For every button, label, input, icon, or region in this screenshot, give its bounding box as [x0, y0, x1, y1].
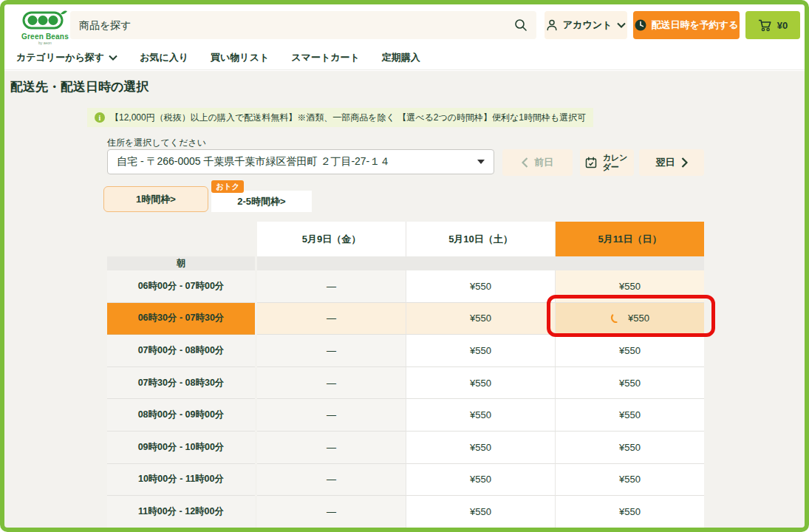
chevron-down-icon — [617, 22, 626, 28]
nav-item-label: スマートカート — [291, 51, 360, 64]
slot-cell[interactable]: ¥550 — [556, 399, 704, 432]
logo[interactable]: Green Beans by aeon — [16, 9, 74, 44]
nav-item[interactable]: カテゴリーから探す — [16, 51, 117, 64]
date-column-header-label: 5月11日（日） — [598, 233, 662, 246]
nav-item-label: 定期購入 — [382, 51, 420, 64]
date-column-header-label: 5月10日（土） — [448, 233, 513, 246]
nav-item-label: 買い物リスト — [211, 51, 269, 64]
slot-cell: — — [257, 303, 406, 335]
calendar-label: カレンダー — [603, 153, 629, 171]
tab-1hour-slot[interactable]: 1時間枠> — [103, 186, 208, 212]
time-slot-label: 08時00分 - 09時00分 — [107, 399, 255, 432]
address-select-label: 住所を選択してください — [107, 137, 206, 149]
account-button[interactable]: アカウント — [545, 11, 627, 39]
chevron-right-icon — [681, 157, 688, 168]
tab-2to5hour-slot[interactable]: 2-5時間枠> — [211, 191, 312, 212]
clock-icon — [635, 19, 646, 31]
slot-cell[interactable]: ¥550 — [406, 367, 556, 400]
time-slot-row: 06時30分 - 07時30分 — ¥550 ¥550 — [107, 303, 704, 335]
time-slot-row: 07時30分 - 08時30分 — ¥550 ¥550 — [107, 367, 704, 400]
tab-2to5hour-label: 2-5時間枠> — [237, 195, 285, 208]
time-slot-row: 09時00分 - 10時00分 — ¥550 ¥550 — [107, 432, 704, 464]
tab-1hour-label: 1時間枠> — [136, 193, 176, 206]
slot-cell[interactable]: ¥550 — [406, 496, 556, 528]
page-title: 配送先・配送日時の選択 — [10, 78, 149, 95]
logo-title: Green Beans — [16, 33, 74, 41]
address-select[interactable]: 自宅 - 〒266-0005 千葉県千葉市緑区誉田町 ２丁目-27-１４ — [107, 149, 494, 174]
slot-cell: — — [257, 432, 406, 464]
next-day-label: 翌日 — [656, 156, 675, 169]
dropdown-caret-icon — [477, 160, 485, 164]
slot-cell[interactable]: ¥550 — [556, 496, 704, 528]
nav-item[interactable]: 買い物リスト — [211, 51, 269, 64]
slot-cell: — — [257, 464, 406, 497]
reserve-delivery-button[interactable]: 配送日時を予約する — [633, 11, 740, 39]
slot-cell[interactable]: ¥550 — [556, 303, 704, 335]
search-input[interactable] — [79, 19, 514, 31]
nav-item[interactable]: スマートカート — [291, 51, 360, 64]
morning-section-band-fill — [257, 256, 704, 270]
slot-cell: — — [257, 496, 406, 528]
slot-cell[interactable]: ¥550 — [406, 399, 556, 432]
nav-item-label: カテゴリーから探す — [16, 51, 104, 64]
table-body: 06時00分 - 07時00分 — ¥550 ¥550 06時30分 - 07時… — [107, 270, 704, 528]
calendar-icon — [585, 157, 597, 168]
cart-button[interactable]: ¥0 — [745, 11, 800, 39]
info-icon: i — [95, 112, 105, 123]
time-slot-label: 07時00分 - 08時00分 — [107, 335, 255, 367]
previous-day-button[interactable]: 前日 — [502, 149, 573, 176]
search-icon[interactable] — [514, 18, 528, 32]
previous-day-label: 前日 — [534, 156, 553, 169]
cart-icon — [758, 19, 772, 32]
slot-cell[interactable]: ¥550 — [556, 432, 704, 464]
slot-cell[interactable]: ¥550 — [556, 270, 704, 303]
time-slot-label: 10時00分 - 11時00分 — [107, 464, 255, 497]
deal-badge: おトク — [211, 180, 244, 193]
nav-item-label: お気に入り — [140, 51, 188, 64]
date-column-header: 5月11日（日） — [556, 222, 704, 256]
slot-cell: — — [257, 367, 406, 400]
time-slot-row: 11時00分 - 12時00分 — ¥550 ¥550 — [107, 496, 704, 528]
notice-text: 【12,000円（税抜）以上の購入で配送料無料】※酒類、一部商品を除く 【選べる… — [110, 112, 586, 124]
time-slot-label: 09時00分 - 10時00分 — [107, 432, 255, 464]
table-date-header-row: 5月9日（金） 5月10日（土） 5月11日（日） — [107, 222, 704, 256]
empty-header-cell — [107, 222, 255, 256]
address-value: 自宅 - 〒266-0005 千葉県千葉市緑区誉田町 ２丁目-27-１４ — [117, 155, 477, 168]
reserve-delivery-label: 配送日時を予約する — [652, 18, 739, 32]
time-slot-label: 06時30分 - 07時30分 — [107, 303, 255, 335]
slot-cell: — — [257, 399, 406, 432]
slot-cell[interactable]: ¥550 — [406, 432, 556, 464]
free-shipping-notice: i 【12,000円（税抜）以上の購入で配送料無料】※酒類、一部商品を除く 【選… — [87, 108, 593, 127]
chevron-down-icon — [109, 55, 117, 61]
slot-cell[interactable]: ¥550 — [556, 464, 704, 497]
time-slot-label: 06時00分 - 07時00分 — [107, 270, 255, 303]
cart-total: ¥0 — [777, 20, 788, 31]
time-slot-row: 10時00分 - 11時00分 — ¥550 ¥550 — [107, 464, 704, 497]
time-slot-row: 07時00分 - 08時00分 — ¥550 ¥550 — [107, 335, 704, 367]
date-column-header: 5月9日（金） — [257, 222, 406, 256]
slot-cell[interactable]: ¥550 — [556, 335, 704, 367]
date-column-header-label: 5月9日（金） — [302, 233, 361, 246]
calendar-button[interactable]: カレンダー — [580, 149, 634, 176]
content-area: 配送先・配送日時の選択 i 【12,000円（税抜）以上の購入で配送料無料】※酒… — [4, 71, 805, 528]
search-bar[interactable] — [70, 11, 536, 39]
site-header: Green Beans by aeon アカウント 配送日時を予約する — [4, 4, 805, 46]
slot-cell[interactable]: ¥550 — [406, 335, 556, 367]
chevron-left-icon — [522, 157, 528, 168]
time-slot-row: 08時00分 - 09時00分 — ¥550 ¥550 — [107, 399, 704, 432]
slot-cell[interactable]: ¥550 — [406, 464, 556, 497]
green-beans-pod-icon — [22, 9, 68, 30]
loading-spinner-icon — [610, 313, 621, 324]
nav-item[interactable]: お気に入り — [140, 51, 188, 64]
logo-subtitle: by aeon — [16, 41, 74, 45]
person-icon — [546, 19, 558, 31]
nav-item[interactable]: 定期購入 — [382, 51, 420, 64]
main-nav: カテゴリーから探す お気に入り 買い物リスト スマートカート 定期購入 — [4, 46, 805, 70]
slot-cell[interactable]: ¥550 — [556, 367, 704, 400]
next-day-button[interactable]: 翌日 — [639, 149, 704, 176]
morning-section-label: 朝 — [107, 256, 255, 270]
morning-section-band: 朝 — [107, 256, 704, 270]
account-label: アカウント — [563, 18, 612, 32]
slot-cell[interactable]: ¥550 — [406, 303, 556, 335]
slot-cell[interactable]: ¥550 — [406, 270, 556, 303]
